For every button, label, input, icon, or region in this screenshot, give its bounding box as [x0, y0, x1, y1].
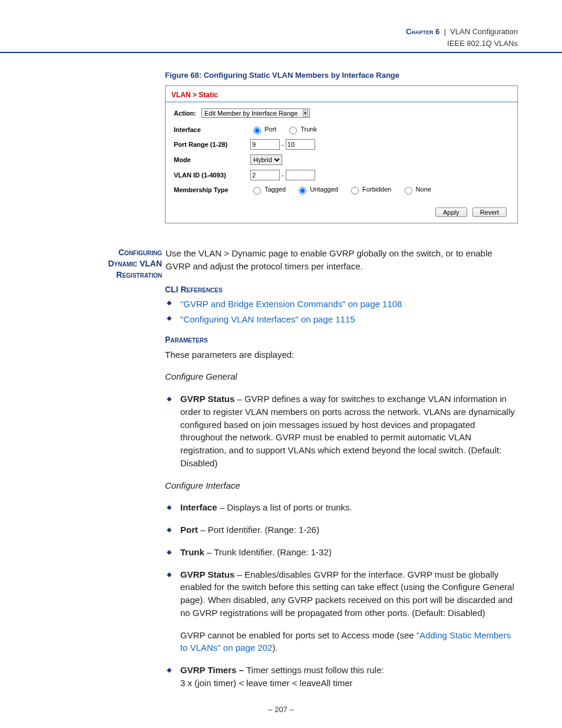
header-rule	[0, 52, 562, 53]
gvrp-timers-list: GVRP Timers – Timer settings must follow…	[165, 664, 518, 690]
list-item: "GVRP and Bridge Extension Commands" on …	[165, 298, 518, 311]
port-range-sep: -	[282, 141, 284, 148]
panel-breadcrumb: VLAN > Static	[166, 86, 517, 102]
list-item: "Configuring VLAN Interfaces" on page 11…	[165, 313, 518, 326]
configure-general-list: GVRP Status – GVRP defines a way for swi…	[165, 393, 518, 470]
figure-caption: Figure 68: Configuring Static VLAN Membe…	[165, 71, 518, 80]
cli-references-list: "GVRP and Bridge Extension Commands" on …	[165, 298, 518, 326]
cli-link-2[interactable]: "Configuring VLAN Interfaces" on page 11…	[180, 314, 355, 324]
interface-label: Interface	[174, 126, 250, 133]
mem-forbidden-radio[interactable]	[351, 187, 359, 195]
mem-tagged-radio[interactable]	[253, 187, 261, 195]
mem-untagged-radio[interactable]	[299, 187, 306, 195]
vlan-id-sep: -	[282, 172, 284, 179]
configure-general-heading: Configure General	[165, 370, 518, 383]
interface-trunk-label: Trunk	[300, 126, 317, 133]
gvrp-access-note: GVRP cannot be enabled for ports set to …	[165, 629, 518, 655]
header-sep: |	[444, 27, 445, 36]
list-item: Trunk – Trunk Identifier. (Range: 1-32)	[165, 546, 518, 559]
intro-paragraph: Use the VLAN > Dynamic page to enable GV…	[165, 247, 518, 273]
mem-none-radio[interactable]	[405, 187, 412, 195]
vlan-id-label: VLAN ID (1-4093)	[174, 172, 250, 179]
list-item: Port – Port Identifier. (Range: 1-26)	[165, 523, 518, 536]
cli-link-1[interactable]: "GVRP and Bridge Extension Commands" on …	[180, 299, 402, 309]
chapter-label: Chapter 6	[406, 27, 439, 36]
cli-references-heading: CLI References	[165, 284, 518, 295]
action-label: Action:	[174, 110, 196, 117]
mem-forbidden-label: Forbidden	[362, 186, 392, 193]
screenshot-panel: VLAN > Static Action: Edit Member by Int…	[165, 85, 518, 223]
interface-trunk-radio[interactable]	[289, 127, 297, 134]
vlan-id-from-input[interactable]	[250, 170, 280, 180]
parameters-heading: Parameters	[165, 334, 518, 345]
port-range-to-input[interactable]	[286, 139, 315, 150]
apply-button[interactable]: Apply	[435, 207, 467, 217]
list-item: Interface – Displays a list of ports or …	[165, 501, 518, 514]
vlan-id-to-input[interactable]	[286, 170, 315, 180]
membership-label: Membership Type	[174, 186, 250, 193]
revert-button[interactable]: Revert	[472, 207, 507, 217]
section-side-heading: Configuring Dynamic VLAN Registration	[77, 247, 166, 281]
parameters-intro: These parameters are displayed:	[165, 348, 518, 361]
port-range-from-input[interactable]	[250, 139, 280, 150]
page-header: Chapter 6 | VLAN Configuration IEEE 802.…	[406, 26, 518, 49]
mem-none-label: None	[416, 186, 431, 193]
list-item: GVRP Status – Enables/disables GVRP for …	[165, 568, 518, 620]
interface-port-radio[interactable]	[253, 127, 261, 134]
page-number: – 207 –	[0, 705, 562, 714]
configure-interface-heading: Configure Interface	[165, 479, 518, 492]
list-item: GVRP Timers – Timer settings must follow…	[165, 664, 518, 690]
chapter-title: VLAN Configuration	[450, 27, 518, 36]
port-range-label: Port Range (1-28)	[174, 141, 250, 148]
mode-select[interactable]: Hybrid	[250, 154, 282, 165]
action-select[interactable]: Edit Member by Interface Range	[201, 108, 310, 118]
interface-port-label: Port	[265, 126, 276, 133]
mem-tagged-label: Tagged	[265, 186, 286, 193]
configure-interface-list: Interface – Displays a list of ports or …	[165, 501, 518, 619]
mem-untagged-label: Untagged	[310, 186, 338, 193]
list-item: GVRP Status – GVRP defines a way for swi…	[165, 393, 518, 470]
mode-label: Mode	[174, 156, 250, 163]
section-title: IEEE 802.1Q VLANs	[447, 39, 518, 48]
